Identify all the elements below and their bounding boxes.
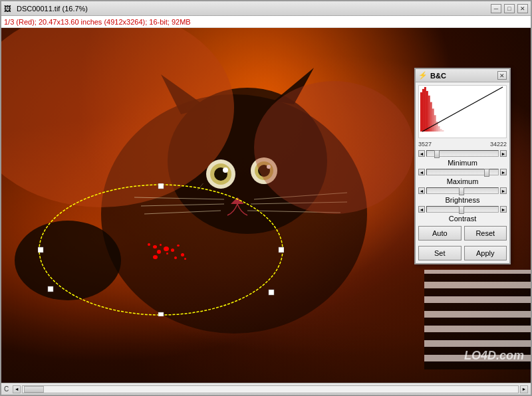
maximum-slider-thumb[interactable] — [484, 169, 489, 177]
scroll-left-button[interactable]: ◄ — [13, 385, 21, 393]
maximum-slider-row: ◄ ► — [416, 167, 509, 177]
svg-rect-25 — [38, 247, 43, 252]
svg-rect-32 — [422, 89, 424, 132]
auto-button[interactable]: Auto — [418, 226, 462, 241]
minimum-label: Minimum — [416, 158, 509, 167]
status-label: C — [4, 385, 9, 393]
bnc-title-bar: ⚡ B&C ✕ — [416, 69, 509, 82]
contrast-slider-track[interactable] — [426, 206, 499, 213]
minimum-slider-left[interactable]: ◄ — [418, 150, 425, 157]
histogram-svg — [419, 86, 506, 133]
svg-point-22 — [39, 185, 283, 315]
auto-reset-row: Auto Reset — [416, 223, 509, 243]
brightness-slider-track[interactable] — [426, 187, 499, 194]
histogram-min: 3527 — [418, 141, 432, 148]
contrast-slider-right[interactable]: ► — [500, 206, 507, 213]
main-window: 🖼 DSC00011.tif (16.7%) ─ □ ✕ 1/3 (Red); … — [0, 0, 532, 396]
title-bar: 🖼 DSC00011.tif (16.7%) ─ □ ✕ — [1, 1, 531, 16]
histogram-display — [418, 85, 507, 138]
svg-rect-37 — [432, 108, 434, 131]
maximize-button[interactable]: □ — [504, 4, 515, 13]
image-canvas[interactable]: LO4D.com ⚡ B&C ✕ — [1, 28, 531, 383]
svg-rect-41 — [440, 129, 442, 132]
contrast-slider-thumb[interactable] — [459, 206, 464, 214]
svg-rect-26 — [279, 247, 284, 252]
minimum-slider-track[interactable] — [426, 150, 499, 157]
contrast-slider-left[interactable]: ◄ — [418, 206, 425, 213]
close-button[interactable]: ✕ — [517, 4, 528, 13]
maximum-slider-left[interactable]: ◄ — [418, 169, 425, 175]
brightness-slider-left[interactable]: ◄ — [418, 187, 425, 194]
minimum-slider-thumb[interactable] — [434, 150, 440, 158]
svg-rect-23 — [158, 183, 164, 189]
svg-rect-24 — [158, 312, 164, 316]
maximum-slider-right[interactable]: ► — [500, 169, 507, 175]
svg-point-11 — [223, 167, 228, 173]
bnc-title: ⚡ B&C — [418, 71, 446, 80]
info-bar: 1/3 (Red); 20.47x13.60 inches (4912x3264… — [1, 16, 531, 28]
bnc-panel: ⚡ B&C ✕ — [414, 68, 511, 264]
watermark: LO4D.com — [464, 349, 524, 363]
brightness-label: Brightness — [416, 195, 509, 205]
maximum-slider-track[interactable] — [426, 169, 499, 175]
brightness-slider-row: ◄ ► — [416, 186, 509, 195]
svg-rect-27 — [269, 290, 274, 295]
histogram-values: 3527 34222 — [416, 141, 509, 149]
svg-rect-38 — [434, 115, 436, 132]
svg-rect-40 — [438, 126, 440, 132]
bnc-icon: ⚡ — [418, 71, 428, 80]
brightness-slider-thumb[interactable] — [459, 187, 464, 195]
minimum-slider-row: ◄ ► — [416, 149, 509, 158]
bnc-close-button[interactable]: ✕ — [497, 71, 507, 80]
svg-rect-35 — [428, 96, 430, 132]
scroll-right-button[interactable]: ► — [520, 385, 528, 393]
selection-marquee — [38, 183, 284, 316]
scroll-thumb[interactable] — [24, 386, 44, 393]
set-button[interactable]: Set — [418, 246, 462, 260]
bnc-title-label: B&C — [430, 72, 446, 80]
window-title: DSC00011.tif (16.7%) — [17, 5, 88, 13]
image-info-text: 1/3 (Red); 20.47x13.60 inches (4912x3264… — [4, 18, 191, 26]
svg-rect-28 — [48, 286, 53, 292]
maximum-label: Maximum — [416, 177, 509, 186]
brightness-slider-right[interactable]: ► — [500, 187, 507, 194]
svg-rect-34 — [426, 91, 428, 132]
svg-rect-42 — [442, 130, 444, 132]
status-bar: C ◄ ► — [1, 383, 531, 395]
histogram-max: 34222 — [490, 141, 507, 148]
contrast-slider-row: ◄ ► — [416, 205, 509, 214]
apply-button[interactable]: Apply — [464, 246, 507, 260]
minimum-slider-right[interactable]: ► — [500, 150, 507, 157]
window-icon: 🖼 — [4, 5, 11, 13]
minimize-button[interactable]: ─ — [491, 4, 501, 13]
svg-rect-31 — [420, 92, 422, 132]
reset-button[interactable]: Reset — [464, 226, 507, 241]
contrast-label: Contrast — [416, 214, 509, 223]
scroll-track[interactable] — [22, 385, 519, 393]
svg-rect-33 — [424, 87, 426, 132]
set-apply-row: Set Apply — [416, 243, 509, 263]
window-controls: ─ □ ✕ — [491, 4, 528, 13]
